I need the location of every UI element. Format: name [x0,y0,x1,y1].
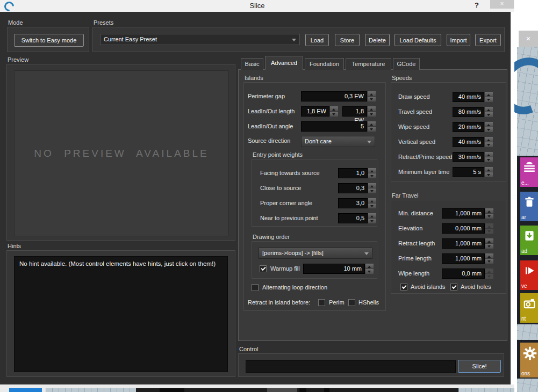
near-previous-point-input[interactable]: 0,5 [338,213,368,223]
tab-advanced[interactable]: Advanced [265,56,303,70]
load-button[interactable]: Load [305,34,329,46]
retract-length-input[interactable]: 1,000 mm [442,238,485,249]
spin-up-icon[interactable] [485,122,493,127]
min-distance-input[interactable]: 1,000 mm [442,208,485,219]
vertical-speed-input[interactable]: 40 mm/s [453,137,484,147]
spin-up-icon[interactable] [485,107,493,112]
retract-prime-speed-label: Retract/Prime speed [398,152,452,162]
spin-up-icon[interactable] [485,268,493,273]
background-options-button[interactable]: ons [520,343,538,378]
spin-down-icon[interactable] [368,112,376,117]
background-close-button[interactable]: × [519,31,538,47]
spin-up-icon[interactable] [368,183,376,188]
spin-up-icon[interactable] [368,213,376,218]
facing-towards-source-input[interactable]: 1,0 [338,168,368,178]
presets-group-label: Presets [92,19,505,27]
warmup-fill-checkbox[interactable] [260,265,267,272]
spin-down-icon[interactable] [485,229,493,234]
spin-down-icon[interactable] [330,112,338,117]
tab-temperature[interactable]: Temperature [346,58,391,70]
tab-basic[interactable]: Basic [241,58,263,70]
spin-up-icon[interactable] [368,121,376,126]
spin-down-icon[interactable] [485,127,493,132]
elevation-input[interactable]: 0,000 mm [442,223,485,234]
leadin-angle-input[interactable]: 5 [301,121,367,132]
warmup-fill-input[interactable]: 10 mm [303,264,365,274]
spin-down-icon[interactable] [485,172,493,177]
spin-up-icon[interactable] [368,91,376,96]
spin-up-icon[interactable] [368,106,376,111]
spin-up-icon[interactable] [485,152,493,157]
spin-down-icon[interactable] [485,244,493,249]
spinner-buttons [485,167,493,177]
close-to-source-label: Close to source [260,183,301,193]
spin-down-icon[interactable] [485,274,493,279]
spin-down-icon[interactable] [368,97,376,101]
drawing-order-select[interactable]: [perims->loops] -> [fills] [259,248,372,259]
spin-up-icon[interactable] [368,198,376,203]
wipe-length-input[interactable]: 0,0 mm [442,268,485,279]
spin-up-icon[interactable] [485,223,493,228]
spin-down-icon[interactable] [485,157,493,162]
delete-button[interactable]: Delete [365,34,390,46]
perimeter-gap-input[interactable]: 0,3 EW [301,91,367,101]
background-save-button[interactable]: ve [520,260,538,290]
prime-length-input[interactable]: 1,000 mm [442,253,485,264]
dialog-close-button[interactable]: × [490,0,514,9]
background-slice-button[interactable]: e... [520,157,538,187]
minimum-layer-time-input[interactable]: 5 s [453,167,484,177]
close-to-source-input[interactable]: 0,3 [338,183,368,193]
spin-down-icon[interactable] [365,269,374,274]
spin-down-icon[interactable] [485,97,493,102]
leadin-length-input-1[interactable]: 1,8 EW [301,106,329,117]
tab-gcode[interactable]: GCode [393,58,420,70]
store-button[interactable]: Store [335,34,360,46]
spin-down-icon[interactable] [368,173,376,178]
spin-down-icon[interactable] [485,112,493,117]
spin-up-icon[interactable] [485,137,493,142]
background-clear-button[interactable]: ar [520,192,538,221]
spin-down-icon[interactable] [485,214,493,219]
wipe-speed-input[interactable]: 20 mm/s [453,122,484,132]
export-button[interactable]: Export [475,34,501,46]
wipe-length-label: Wipe length [398,268,429,279]
spin-down-icon[interactable] [368,219,376,223]
source-direction-select[interactable]: Don't care [301,136,375,147]
title-bar[interactable]: Slice ? × [0,0,514,12]
spin-up-icon[interactable] [368,168,376,173]
background-print-button[interactable]: nt [520,293,538,323]
retract-perim-checkbox[interactable] [318,299,325,306]
load-defaults-button[interactable]: Load Defaults [394,34,441,46]
no-preview-text: NO PREVIEW AVAILABLE [34,148,209,159]
switch-to-easy-mode-button[interactable]: Switch to Easy mode [14,34,84,47]
spin-down-icon[interactable] [368,188,376,193]
leadin-length-input-2[interactable]: 1,8 EW [342,106,367,117]
preset-select[interactable]: Current Easy Preset [100,34,300,45]
avoid-holes-checkbox[interactable] [450,284,457,291]
spin-up-icon[interactable] [485,92,493,97]
retract-prime-speed-input[interactable]: 30 mm/s [453,152,484,162]
draw-speed-input[interactable]: 40 mm/s [453,92,484,102]
spin-up-icon[interactable] [485,167,493,172]
tab-foundation[interactable]: Foundation [305,58,344,70]
mode-group-label: Mode [7,19,89,27]
spin-down-icon[interactable] [485,259,493,264]
spin-up-icon[interactable] [330,106,338,111]
alternating-loop-direction-checkbox[interactable] [252,284,259,291]
import-button[interactable]: Import [447,34,470,46]
slice-button[interactable]: Slice! [458,360,501,373]
minimum-layer-time-label: Minimum layer time [398,167,449,177]
spin-up-icon[interactable] [485,238,493,243]
travel-speed-input[interactable]: 80 mm/s [453,107,484,117]
spin-up-icon[interactable] [485,253,493,258]
spin-down-icon[interactable] [368,127,376,132]
avoid-islands-checkbox[interactable] [400,284,407,291]
help-button[interactable]: ? [472,1,481,10]
spin-down-icon[interactable] [485,142,493,147]
proper-corner-angle-input[interactable]: 3,0 [338,198,368,208]
spin-up-icon[interactable] [485,208,493,213]
spin-down-icon[interactable] [368,204,376,208]
spin-up-icon[interactable] [365,264,374,268]
retract-hshells-checkbox[interactable] [348,299,355,306]
background-load-button[interactable]: ad [520,226,538,255]
